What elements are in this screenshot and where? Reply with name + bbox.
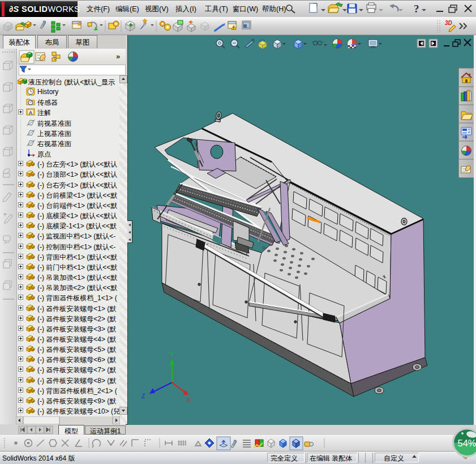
svg-text:?: ?: [414, 3, 419, 15]
svg-text:54%: 54%: [457, 438, 476, 448]
svg-text:»: »: [116, 52, 120, 61]
svg-text:Y: Y: [170, 352, 174, 358]
svg-text:X: X: [187, 397, 191, 403]
svg-text:Z: Z: [141, 393, 145, 399]
svg-text:!: !: [233, 26, 234, 30]
svg-text:3D: 3D: [445, 20, 452, 26]
